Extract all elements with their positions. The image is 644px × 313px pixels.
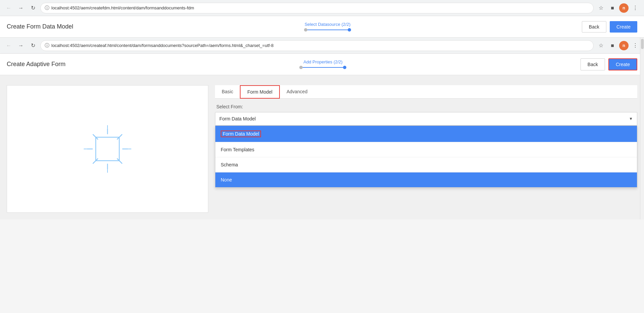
url-text-1: localhost:4502/aem/createfdm.html/conten…: [51, 5, 589, 10]
tab-advanced[interactable]: Advanced: [280, 85, 314, 98]
star-btn-2[interactable]: ☆: [596, 41, 606, 50]
dropdown-item-templates[interactable]: Form Templates: [215, 142, 637, 157]
create-button-1[interactable]: Create: [610, 21, 637, 33]
svg-rect-0: [96, 137, 119, 161]
address-bar-1[interactable]: ⓘ localhost:4502/aem/createfdm.html/cont…: [40, 3, 594, 13]
app-bar-actions-1: Back Create: [582, 21, 637, 33]
step-indicator-2: Add Properties (2/2): [66, 59, 581, 69]
select-value: Form Data Model: [219, 116, 256, 121]
step-line-2: [303, 67, 343, 68]
window1-title: Create Form Data Model: [7, 23, 73, 30]
step-indicator-1: Select Datasource (2/2): [73, 22, 582, 32]
chevron-down-icon: ▼: [629, 116, 633, 121]
dropdown-item-fdm-label: Form Data Model: [221, 131, 261, 137]
select-box[interactable]: Form Data Model ▼: [215, 112, 637, 125]
step-dot-1b: [348, 28, 351, 32]
reload-btn-2[interactable]: ↻: [28, 41, 38, 50]
back-btn-2[interactable]: ←: [4, 41, 13, 50]
step-dot-1a: [304, 28, 307, 32]
star-btn-1[interactable]: ☆: [596, 3, 606, 13]
form-svg: [74, 115, 141, 182]
form-preview-panel: [7, 85, 208, 213]
tab-basic[interactable]: Basic: [215, 85, 240, 98]
app-bar-2: Create Adaptive Form Add Properties (2/2…: [0, 54, 644, 75]
app-bar-1: Create Form Data Model Select Datasource…: [0, 16, 644, 38]
browser-actions-2: ☆ ■ n ⋮: [596, 41, 640, 50]
step-dots-2: [299, 66, 346, 69]
select-from-label: Select From:: [215, 104, 637, 109]
step-dots-1: [304, 28, 351, 32]
back-button-2[interactable]: Back: [581, 58, 605, 70]
reload-btn-1[interactable]: ↻: [28, 3, 38, 13]
menu-btn-2[interactable]: ⋮: [631, 41, 640, 50]
info-icon-1: ⓘ: [45, 5, 49, 11]
dropdown-menu: Form Data Model Form Templates Schema No…: [215, 125, 637, 188]
step-dot-2b: [343, 66, 346, 69]
dropdown-item-none-label: None: [221, 177, 232, 182]
url-text-2: localhost:4502/aem/createaf.html/content…: [51, 43, 589, 48]
dropdown-item-schema-label: Schema: [221, 162, 238, 167]
create-button-2[interactable]: Create: [608, 58, 637, 70]
browser-window-1: ← → ↻ ⓘ localhost:4502/aem/createfdm.htm…: [0, 0, 644, 38]
dropdown-item-templates-label: Form Templates: [221, 147, 254, 152]
browser-chrome-2: ← → ↻ ⓘ localhost:4502/aem/createaf.html…: [0, 38, 644, 54]
app-bar-actions-2: Back Create: [581, 58, 637, 70]
info-icon-2: ⓘ: [45, 43, 49, 49]
step-label-1: Select Datasource (2/2): [305, 22, 351, 27]
select-container: Form Data Model ▼ Form Data Model Form T…: [215, 112, 637, 125]
extension-btn-2[interactable]: ■: [608, 41, 617, 50]
user-avatar-1: n: [619, 3, 629, 13]
dropdown-item-none[interactable]: None: [215, 172, 637, 187]
form-illustration: [74, 115, 141, 182]
tab-form-model[interactable]: Form Model: [240, 85, 280, 99]
scrollbar[interactable]: [640, 38, 644, 219]
step-label-2: Add Properties (2/2): [303, 59, 342, 64]
forward-btn-2[interactable]: →: [16, 41, 26, 50]
properties-panel: Basic Form Model Advanced Select From: F…: [215, 82, 637, 213]
menu-btn-1[interactable]: ⋮: [631, 3, 640, 13]
scroll-thumb: [641, 39, 644, 49]
dropdown-item-fdm[interactable]: Form Data Model: [215, 126, 637, 142]
step-dot-2a: [299, 66, 303, 69]
select-from-section: Select From: Form Data Model ▼ Form Data…: [215, 104, 637, 125]
main-content: Basic Form Model Advanced Select From: F…: [0, 75, 644, 219]
step-line-1: [307, 30, 348, 30]
window2-title: Create Adaptive Form: [7, 61, 66, 68]
address-bar-2[interactable]: ⓘ localhost:4502/aem/createaf.html/conte…: [40, 40, 594, 51]
tab-bar: Basic Form Model Advanced: [215, 85, 637, 99]
back-button-1[interactable]: Back: [582, 21, 606, 33]
user-avatar-2: n: [619, 41, 629, 50]
back-btn-1[interactable]: ←: [4, 3, 13, 13]
browser-actions-1: ☆ ■ n ⋮: [596, 3, 640, 13]
extension-btn-1[interactable]: ■: [608, 3, 617, 13]
dropdown-item-schema[interactable]: Schema: [215, 157, 637, 172]
forward-btn-1[interactable]: →: [16, 3, 26, 13]
browser-chrome-1: ← → ↻ ⓘ localhost:4502/aem/createfdm.htm…: [0, 0, 644, 16]
browser-window-2: ← → ↻ ⓘ localhost:4502/aem/createaf.html…: [0, 38, 644, 219]
